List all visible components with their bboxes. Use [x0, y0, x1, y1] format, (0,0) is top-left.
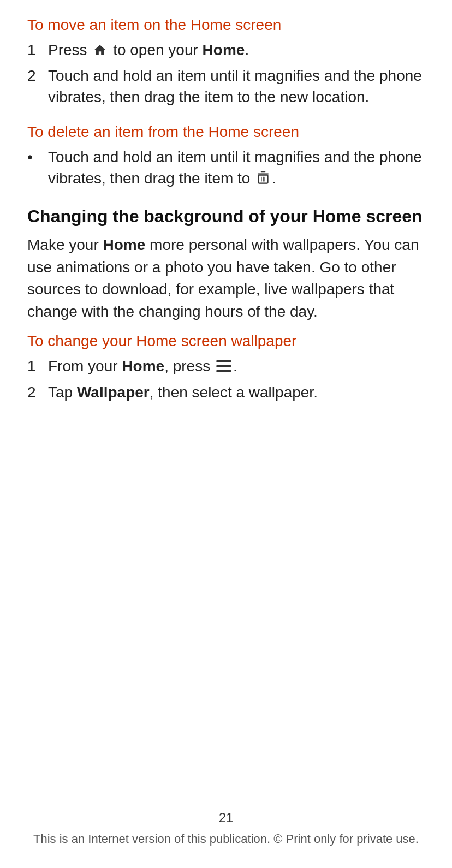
delete-item-section: To delete an item from the Home screen •… [27, 123, 425, 189]
delete-item-text: Touch and hold an item until it magnifie… [48, 146, 425, 189]
trash-icon [256, 170, 270, 186]
wallpaper-step2-number: 2 [27, 382, 48, 403]
delete-item-heading: To delete an item from the Home screen [27, 123, 425, 141]
changing-background-body: Make your Home more personal with wallpa… [27, 234, 425, 323]
step2-number: 2 [27, 65, 48, 86]
home-icon [93, 43, 107, 57]
svg-rect-1 [261, 171, 266, 173]
page-content: To move an item on the Home screen 1 Pre… [0, 0, 452, 451]
move-item-list: 1 Press to open your Home. 2 Touch and h… [27, 39, 425, 108]
move-item-section: To move an item on the Home screen 1 Pre… [27, 16, 425, 108]
wallpaper-step2: 2 Tap Wallpaper, then select a wallpaper… [27, 382, 425, 403]
step2-text: Touch and hold an item until it magnifie… [48, 65, 425, 108]
menu-icon [216, 360, 231, 372]
wallpaper-step2-text: Tap Wallpaper, then select a wallpaper. [48, 382, 318, 403]
changing-background-section: Changing the background of your Home scr… [27, 206, 425, 323]
wallpaper-step1-number: 1 [27, 355, 48, 377]
wallpaper-step1-text: From your Home, press . [48, 355, 237, 377]
change-wallpaper-section: To change your Home screen wallpaper 1 F… [27, 332, 425, 402]
step1-number: 1 [27, 39, 48, 61]
change-wallpaper-heading: To change your Home screen wallpaper [27, 332, 425, 350]
move-item-step1: 1 Press to open your Home. [27, 39, 425, 61]
wallpaper-step1: 1 From your Home, press . [27, 355, 425, 377]
change-wallpaper-list: 1 From your Home, press . 2 Tap Wallpape… [27, 355, 425, 402]
svg-rect-6 [216, 360, 231, 362]
move-item-heading: To move an item on the Home screen [27, 16, 425, 34]
delete-item-bullet1: • Touch and hold an item until it magnif… [27, 146, 425, 189]
svg-rect-0 [258, 174, 269, 175]
bullet-dot: • [27, 146, 48, 168]
svg-rect-8 [216, 370, 231, 372]
move-item-step2: 2 Touch and hold an item until it magnif… [27, 65, 425, 108]
footer-text: This is an Internet version of this publ… [0, 832, 452, 846]
step1-text: Press to open your Home. [48, 39, 249, 61]
page-footer: 21 This is an Internet version of this p… [0, 810, 452, 846]
changing-background-heading: Changing the background of your Home scr… [27, 206, 425, 227]
svg-rect-7 [216, 365, 231, 367]
delete-item-list: • Touch and hold an item until it magnif… [27, 146, 425, 189]
page-number: 21 [0, 810, 452, 825]
